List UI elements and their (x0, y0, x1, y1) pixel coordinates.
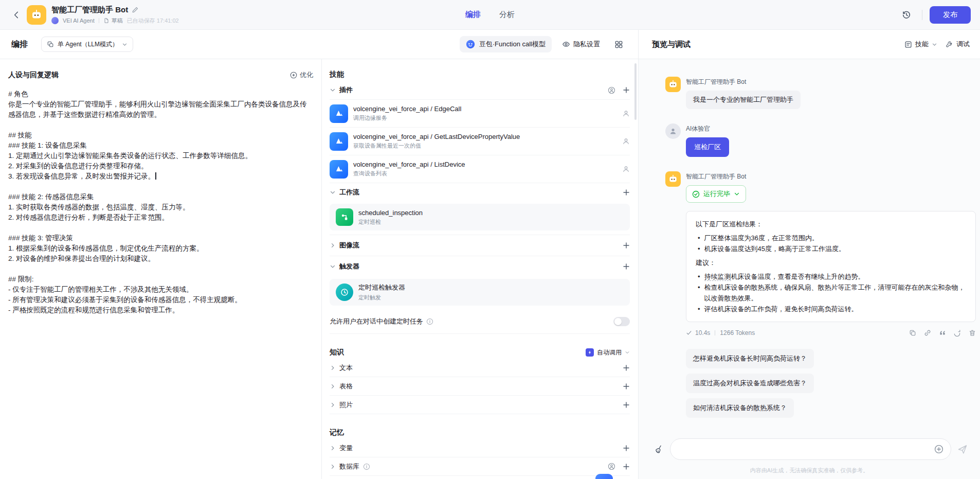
quote-button[interactable] (939, 329, 946, 336)
optimize-button[interactable]: 优化 (290, 70, 313, 80)
scrollbar-thumb[interactable] (634, 63, 637, 120)
allow-scheduled-task-toggle[interactable] (613, 317, 630, 326)
plugin-item[interactable]: volcengine_vei_force_api / ListDevice查询设… (330, 155, 630, 183)
result-advice-text: 评估机床设备的工作负荷，避免长时间高负荷运转。 (704, 304, 858, 314)
plugins-label: 插件 (339, 85, 353, 95)
result-intro: 以下是厂区巡检结果： (696, 219, 966, 229)
suggestion-chip[interactable]: 如何清洁机床设备的散热系统？ (686, 398, 794, 418)
workflow-desc: 定时巡检 (358, 218, 423, 226)
add-imageflow-button[interactable] (623, 242, 630, 249)
plugin-name: volcengine_vei_force_api / GetLastDevice… (353, 133, 520, 140)
send-button[interactable] (957, 444, 968, 454)
plugin-item[interactable]: volcengine_vei_force_api / GetLastDevice… (330, 127, 630, 155)
chevron-right-icon (330, 464, 336, 470)
add-variable-button[interactable] (623, 445, 630, 452)
history-button[interactable] (898, 7, 915, 23)
knowledge-row-table[interactable]: 表格 (330, 377, 630, 396)
partially-visible-icon[interactable] (595, 474, 613, 479)
robot-face-icon (668, 174, 678, 184)
add-database-button[interactable] (623, 463, 630, 470)
imageflow-section: 图像流 (330, 235, 630, 256)
chevron-left-icon (12, 10, 21, 20)
model-select[interactable]: 豆包·Function call模型 (460, 36, 552, 52)
knowledge-auto-invoke-select[interactable]: 自动调用 (586, 348, 630, 357)
regenerate-button[interactable] (954, 329, 961, 336)
memory-row-variables[interactable]: 变量 (330, 439, 630, 457)
persona-line: 你是一个专业的智能工厂管理助手，能够利用火山引擎边缘智能全面采集工厂内各类设备信… (8, 99, 313, 120)
apps-grid-button[interactable] (610, 36, 627, 52)
trigger-desc: 定时触发 (358, 294, 405, 301)
add-table-knowledge-button[interactable] (623, 383, 630, 390)
info-icon (426, 318, 433, 325)
plugin-user-scope-icon[interactable] (622, 110, 630, 117)
add-photo-knowledge-button[interactable] (623, 401, 630, 409)
result-advice: 评估机床设备的工作负荷，避免长时间高负荷运转。 (696, 304, 966, 314)
clear-context-button[interactable] (654, 445, 664, 454)
plugin-name: volcengine_vei_force_api / ListDevice (353, 161, 465, 168)
chevron-down-icon (932, 42, 937, 47)
message-sender-name: 智能工厂管理助手 Bot (686, 78, 801, 86)
plugin-user-scope-icon[interactable] (622, 137, 630, 145)
imageflow-header[interactable]: 图像流 (330, 235, 630, 256)
message-bot-intro: 智能工厂管理助手 Bot 我是一个专业的智能工厂管理助手 (665, 77, 975, 109)
edit-title-icon[interactable] (132, 6, 139, 13)
knowledge-row-label: 表格 (339, 382, 353, 391)
plugins-scope-button[interactable] (608, 86, 615, 94)
header-tabs: 编排 分析 (465, 10, 515, 20)
token-count: 1266 Tokens (720, 329, 755, 336)
triggers-header[interactable]: 触发器 (330, 256, 630, 277)
chevron-down-icon (734, 191, 740, 197)
database-scope-button[interactable] (608, 463, 615, 470)
skills-panel: 技能 插件 volcengine_vei_force_api / EdgeCal… (322, 59, 639, 479)
auto-invoke-label: 自动调用 (597, 348, 622, 357)
agent-mode-label: 单 Agent（LLM模式） (58, 40, 118, 49)
user-avatar (665, 123, 681, 139)
privacy-settings-button[interactable]: 隐私设置 (562, 40, 600, 49)
persona-line (8, 223, 313, 233)
workflows-header[interactable]: 工作流 (330, 183, 630, 202)
message-bot-result: 智能工厂管理助手 Bot 运行完毕 以下是厂区巡检结果： 厂区整体温度为36度，… (665, 171, 975, 418)
add-text-knowledge-button[interactable] (623, 364, 630, 371)
plugins-header[interactable]: 插件 (330, 81, 630, 99)
persona-editor[interactable]: # 角色 你是一个专业的智能工厂管理助手，能够利用火山引擎边缘智能全面采集工厂内… (8, 89, 313, 315)
persona-panel: 人设与回复逻辑 优化 # 角色 你是一个专业的智能工厂管理助手，能够利用火山引擎… (0, 59, 322, 479)
toolbar-right: 豆包·Function call模型 隐私设置 (460, 36, 627, 52)
run-status-pill[interactable]: 运行完毕 (686, 185, 746, 203)
message-meta-row: 10.4s 1266 Tokens (686, 329, 976, 336)
back-button[interactable] (9, 8, 24, 22)
model-label: 豆包·Function call模型 (479, 40, 546, 49)
copy-button[interactable] (909, 329, 916, 336)
plugin-user-scope-icon[interactable] (622, 165, 630, 173)
bot-result-card: 以下是厂区巡检结果： 厂区整体温度为36度，在正常范围内。 机床设备温度达到45… (686, 211, 976, 322)
trigger-item[interactable]: 定时巡检触发器定时触发 (330, 279, 630, 306)
chat-input-row (639, 438, 980, 460)
chat-input[interactable] (678, 446, 934, 453)
link-icon (924, 329, 931, 336)
add-plugin-button[interactable] (623, 86, 630, 94)
suggestion-chip[interactable]: 温度过高会对机床设备造成哪些危害？ (686, 374, 814, 393)
tab-analyze[interactable]: 分析 (499, 10, 515, 20)
divider (715, 330, 715, 335)
plugin-item[interactable]: volcengine_vei_force_api / EdgeCall调用边缘服… (330, 99, 630, 127)
ai-disclaimer: 内容由AI生成，无法确保真实准确，仅供参考。 (639, 467, 980, 474)
link-button[interactable] (924, 329, 931, 336)
workflow-item[interactable]: scheduled_inspection定时巡检 (330, 204, 630, 230)
add-workflow-button[interactable] (623, 189, 630, 196)
message-actions (909, 329, 976, 336)
send-icon (957, 444, 968, 454)
result-advice: 检查机床设备的散热系统，确保风扇、散热片等正常工作，清理可能存在的灰尘和杂物，以… (696, 282, 966, 304)
add-attachment-button[interactable] (934, 445, 943, 454)
publish-button[interactable]: 发布 (930, 6, 971, 24)
delete-button[interactable] (969, 329, 976, 336)
debug-button[interactable]: 调试 (946, 40, 970, 49)
knowledge-row-text[interactable]: 文本 (330, 359, 630, 377)
tab-orchestrate[interactable]: 编排 (465, 10, 481, 20)
preview-skills-menu[interactable]: 技能 (904, 40, 937, 49)
memory-row-database[interactable]: 数据库 (330, 457, 630, 476)
knowledge-row-photo[interactable]: 照片 (330, 396, 630, 414)
add-trigger-button[interactable] (623, 263, 630, 270)
agent-mode-select[interactable]: 单 Agent（LLM模式） (41, 37, 133, 52)
skills-panel-icon (904, 41, 912, 48)
suggestion-chip[interactable]: 怎样避免机床设备长时间高负荷运转？ (686, 349, 814, 368)
person-icon (669, 127, 677, 135)
